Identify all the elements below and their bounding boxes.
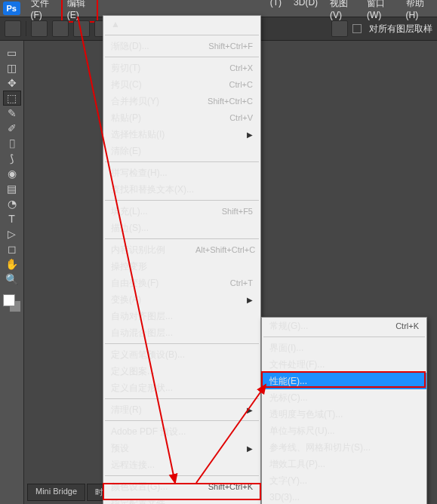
edit-menu-item-8: 选择性粘贴(I)▶ <box>103 126 260 143</box>
tool-11[interactable]: T <box>3 211 21 226</box>
menu-6[interactable]: 帮助(H) <box>400 0 437 23</box>
edit-menu-item-5: 拷贝(C)Ctrl+C <box>103 76 260 93</box>
pref-menu-item-8[interactable]: 参考线、网格和切片(S)... <box>262 439 426 456</box>
pref-menu-item-4[interactable]: 性能(E)... <box>262 373 426 389</box>
pref-menu-item-9[interactable]: 增效工具(P)... <box>262 456 426 472</box>
tool-0[interactable]: ▭ <box>3 45 21 60</box>
pref-menu-item-2[interactable]: 界面(I)... <box>262 340 426 356</box>
edit-menu-item-19: 自由变换(F)Ctrl+T <box>103 275 260 291</box>
color-swatch[interactable] <box>3 294 21 312</box>
edit-menu-item-22: 自动混合图层... <box>103 324 260 341</box>
sample-all-checkbox[interactable] <box>352 24 362 33</box>
submenu-arrow-icon: ▶ <box>247 444 253 453</box>
tool-8[interactable]: ◉ <box>3 166 21 181</box>
pref-menu-label-6: 透明度与色域(T)... <box>269 408 419 421</box>
tool-1[interactable]: ◫ <box>3 60 21 75</box>
edit-menu-item-31[interactable]: 预设▶ <box>103 440 260 456</box>
edit-menu-label-35: 指定配置文件... <box>111 497 253 505</box>
edit-menu-label-25: 定义图案... <box>111 365 253 378</box>
pref-menu-item-10[interactable]: 文字(Y)... <box>262 472 426 489</box>
edit-menu-item-30[interactable]: Adobe PDF 预设... <box>103 423 260 440</box>
pref-menu-label-4: 性能(E)... <box>269 375 419 388</box>
tool-12[interactable]: ▷ <box>3 226 21 241</box>
opt-icon-2[interactable] <box>52 20 69 37</box>
edit-menu-label-9: 清除(E) <box>111 145 253 158</box>
edit-menu-item-17: 内容识别比例Alt+Shift+Ctrl+C <box>103 241 260 258</box>
menu-2[interactable]: (T) <box>264 0 288 23</box>
edit-menu-item-14: 填充(L)...Shift+F5 <box>103 203 260 220</box>
edit-menu-label-17: 内容识别比例 <box>111 244 195 257</box>
menu-4[interactable]: 视图(V) <box>324 0 361 23</box>
edit-menu-shortcut-19: Ctrl+T <box>230 278 253 287</box>
pref-menu-sep-1 <box>263 337 425 337</box>
edit-menu-shortcut-2: Shift+Ctrl+F <box>208 41 253 51</box>
tool-13[interactable]: ◻ <box>3 241 21 257</box>
edit-menu-item-4: 剪切(T)Ctrl+X <box>103 60 260 76</box>
submenu-arrow-icon: ▶ <box>247 131 253 139</box>
tool-15[interactable]: 🔍 <box>3 272 21 287</box>
edit-menu-label-15: 描边(S)... <box>111 222 253 235</box>
tool-5[interactable]: ✐ <box>3 121 21 136</box>
edit-menu-label-8: 选择性粘贴(I) <box>111 128 247 141</box>
edit-menu-sep-13 <box>105 200 259 201</box>
menu-5[interactable]: 窗口(W) <box>361 0 400 23</box>
menu-3[interactable]: 3D(D) <box>288 0 324 23</box>
opt-icon-3[interactable] <box>73 20 90 37</box>
tool-2[interactable]: ✥ <box>3 75 21 91</box>
edit-menu-item-35: 指定配置文件... <box>103 495 260 504</box>
edit-menu-item-32[interactable]: 远程连接... <box>103 456 260 473</box>
tool-3[interactable]: ⬚ <box>3 91 21 106</box>
pref-menu-shortcut-0: Ctrl+K <box>395 321 419 330</box>
opt-icon-5[interactable] <box>331 20 348 37</box>
pref-menu-label-0: 常规(G)... <box>269 320 395 333</box>
edit-menu-item-7: 粘贴(P)Ctrl+V <box>103 109 260 126</box>
edit-menu-item-34[interactable]: 颜色设置(G)...Shift+Ctrl+K <box>103 478 260 495</box>
pref-menu-label-5: 光标(C)... <box>269 392 419 404</box>
tool-14[interactable]: ✋ <box>3 257 21 272</box>
edit-menu-item-28[interactable]: 清理(R)▶ <box>103 401 260 418</box>
edit-menu-shortcut-14: Shift+F5 <box>222 207 253 216</box>
edit-menu-item-25: 定义图案... <box>103 363 260 380</box>
pref-menu-label-11: 3D(3)... <box>269 492 419 502</box>
tool-6[interactable]: ⌷ <box>3 136 21 151</box>
pref-menu-item-6[interactable]: 透明度与色域(T)... <box>262 406 426 423</box>
edit-menu-shortcut-5: Ctrl+C <box>229 80 253 89</box>
tool-preset-icon[interactable] <box>5 20 21 37</box>
menubar: Ps 文件(F)编辑(E)(T)3D(D)视图(V)窗口(W)帮助(H) <box>0 0 437 17</box>
edit-menu-label-2: 渐隐(D)... <box>111 40 208 53</box>
pref-menu-item-5[interactable]: 光标(C)... <box>262 389 426 406</box>
pref-menu-label-3: 文件处理(F)... <box>269 358 419 371</box>
edit-menu-label-34: 颜色设置(G)... <box>111 481 208 493</box>
edit-menu-shortcut-6: Shift+Ctrl+C <box>208 97 253 106</box>
pref-menu-item-3[interactable]: 文件处理(F)... <box>262 356 426 373</box>
tab-mini-bridge[interactable]: Mini Bridge <box>27 484 85 501</box>
edit-menu-label-0: ▲ <box>111 19 253 29</box>
edit-menu-sep-16 <box>105 238 259 239</box>
edit-menu-sep-3 <box>105 57 259 57</box>
edit-menu-shortcut-17: Alt+Shift+Ctrl+C <box>195 245 255 254</box>
tool-4[interactable]: ✎ <box>3 106 21 121</box>
pref-menu-item-0[interactable]: 常规(G)...Ctrl+K <box>262 318 426 334</box>
edit-menu-dropdown: ▲渐隐(D)...Shift+Ctrl+F剪切(T)Ctrl+X拷贝(C)Ctr… <box>103 15 261 504</box>
pref-menu-label-7: 单位与标尺(U)... <box>269 425 419 438</box>
tool-9[interactable]: ▤ <box>3 181 21 196</box>
edit-menu-label-31: 预设 <box>111 442 247 455</box>
edit-menu-label-12: 查找和替换文本(X)... <box>111 183 253 196</box>
tool-7[interactable]: ⟆ <box>3 151 21 166</box>
edit-menu-label-7: 粘贴(P) <box>111 112 229 124</box>
edit-menu-label-20: 变换(A) <box>111 293 247 306</box>
edit-menu-item-21: 自动对齐图层... <box>103 308 260 324</box>
pref-menu-item-11[interactable]: 3D(3)... <box>262 489 426 504</box>
edit-menu-shortcut-34: Shift+Ctrl+K <box>208 482 253 491</box>
pref-menu-item-7[interactable]: 单位与标尺(U)... <box>262 423 426 439</box>
edit-menu-item-2: 渐隐(D)...Shift+Ctrl+F <box>103 38 260 54</box>
preferences-submenu: 常规(G)...Ctrl+K界面(I)...文件处理(F)...性能(E)...… <box>261 317 427 504</box>
menu-0[interactable]: 文件(F) <box>25 0 61 23</box>
edit-menu-item-18: 操控变形 <box>103 258 260 275</box>
pref-menu-label-9: 增效工具(P)... <box>269 458 419 471</box>
tool-10[interactable]: ◔ <box>3 196 21 211</box>
opt-icon-1[interactable] <box>31 20 48 37</box>
menu-1[interactable]: 编辑(E) <box>61 0 98 23</box>
edit-menu-label-26: 定义自定形状... <box>111 382 253 395</box>
sample-all-label: 对所有图层取样 <box>369 23 432 35</box>
